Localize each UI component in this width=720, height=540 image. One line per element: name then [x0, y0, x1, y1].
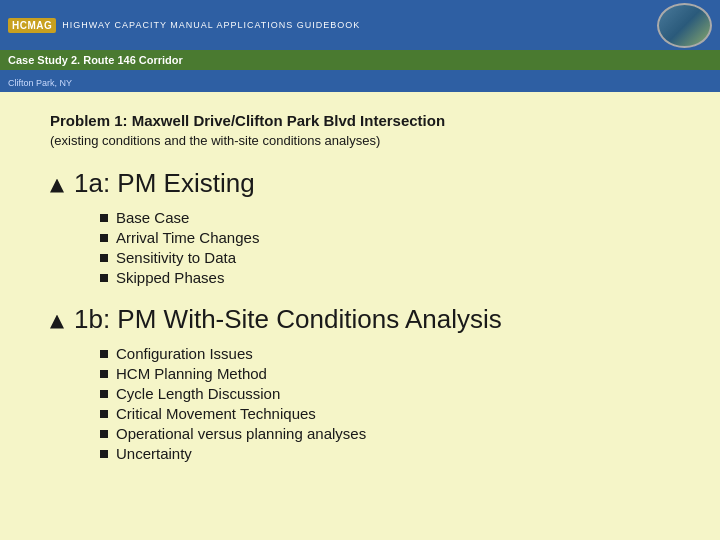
section-1b-list: Configuration Issues HCM Planning Method… [100, 345, 680, 462]
main-content: Problem 1: Maxwell Drive/Clifton Park Bl… [0, 92, 720, 500]
sub-item-text: Sensitivity to Data [116, 249, 236, 266]
section-1a-heading: 1a: PM Existing [50, 168, 680, 199]
sub-item-text: Base Case [116, 209, 189, 226]
list-item: Cycle Length Discussion [100, 385, 680, 402]
list-item: Configuration Issues [100, 345, 680, 362]
logo-section: HCMAG Highway Capacity Manual Applicatio… [0, 0, 368, 50]
sub-bullet-icon [100, 370, 108, 378]
section-1a-bullet [50, 179, 64, 193]
sub-bullet-icon [100, 430, 108, 438]
header-photo [657, 3, 712, 48]
section-1a-text: 1a: PM Existing [74, 168, 255, 199]
sub-bullet-icon [100, 450, 108, 458]
list-item: Sensitivity to Data [100, 249, 680, 266]
section-1b-text: 1b: PM With-Site Conditions Analysis [74, 304, 502, 335]
section-1b-heading: 1b: PM With-Site Conditions Analysis [50, 304, 680, 335]
sub-item-text: Cycle Length Discussion [116, 385, 280, 402]
hcmag-badge: HCMAG [8, 18, 56, 33]
sub-item-text: Skipped Phases [116, 269, 224, 286]
header-bar: HCMAG Highway Capacity Manual Applicatio… [0, 0, 720, 50]
list-item: Critical Movement Techniques [100, 405, 680, 422]
sub-bullet-icon [100, 410, 108, 418]
sub-bullet-icon [100, 350, 108, 358]
page-container: HCMAG Highway Capacity Manual Applicatio… [0, 0, 720, 540]
list-item: Operational versus planning analyses [100, 425, 680, 442]
section-1b-bullet [50, 315, 64, 329]
list-item: HCM Planning Method [100, 365, 680, 382]
location-bar: Clifton Park, NY [0, 70, 720, 92]
case-study-label: Case Study 2. Route 146 Corridor [8, 54, 183, 66]
header-title: Highway Capacity Manual Applications Gui… [62, 20, 360, 30]
sub-item-text: Uncertainty [116, 445, 192, 462]
case-study-bar: Case Study 2. Route 146 Corridor [0, 50, 720, 70]
sub-bullet-icon [100, 390, 108, 398]
sub-item-text: Configuration Issues [116, 345, 253, 362]
sub-bullet-icon [100, 254, 108, 262]
list-item: Uncertainty [100, 445, 680, 462]
sub-bullet-icon [100, 214, 108, 222]
sub-item-text: Critical Movement Techniques [116, 405, 316, 422]
sub-item-text: Arrival Time Changes [116, 229, 259, 246]
problem-title: Problem 1: Maxwell Drive/Clifton Park Bl… [50, 112, 680, 129]
sub-item-text: HCM Planning Method [116, 365, 267, 382]
sub-item-text: Operational versus planning analyses [116, 425, 366, 442]
list-item: Base Case [100, 209, 680, 226]
sub-bullet-icon [100, 234, 108, 242]
header-right [657, 0, 720, 50]
location-text: Clifton Park, NY [8, 78, 72, 88]
section-1a-list: Base Case Arrival Time Changes Sensitivi… [100, 209, 680, 286]
list-item: Arrival Time Changes [100, 229, 680, 246]
list-item: Skipped Phases [100, 269, 680, 286]
problem-subtitle: (existing conditions and the with-site c… [50, 133, 680, 148]
sub-bullet-icon [100, 274, 108, 282]
